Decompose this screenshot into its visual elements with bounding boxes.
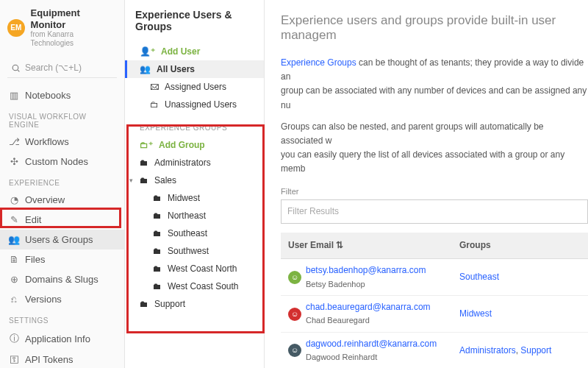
sidebar-item-users-groups[interactable]: 👥Users & Groups [0,230,124,250]
group-sales[interactable]: ▾🖿Sales [125,171,264,189]
brand-logo: EM [7,19,25,37]
mid-label: Add User [161,46,200,57]
nav-label: Edit [25,214,41,225]
experience-groups-link[interactable]: Experience Groups [281,57,356,68]
user-email[interactable]: dagwood.reinhardt@kanarra.com [306,337,437,351]
group-northeast[interactable]: 🖿Northeast [125,207,264,224]
col-user-email[interactable]: User Email ⇅ [281,233,452,259]
folder-icon: 🖿 [153,210,162,221]
badge-icon: 🖂 [150,82,159,92]
table-row[interactable]: ☺chad.beauregard@kanarra.comChad Beaureg… [281,296,588,333]
group-link[interactable]: Southeast [459,272,499,282]
user-email[interactable]: betsy.badenhop@kanarra.com [306,263,426,277]
folder-icon: 🖿 [140,175,148,185]
sidebar-item-api-tokens[interactable]: ⚿API Tokens [0,350,124,368]
sidebar: EM Equipment Monitor from Kanarra Techno… [0,0,125,368]
nav-label: Domains & Slugs [25,274,98,285]
group-midwest[interactable]: 🖿Midwest [125,189,264,207]
nav-label: Users & Groups [25,234,93,245]
user-email[interactable]: chad.beauregard@kanarra.com [306,300,431,314]
info-icon: ⓘ [9,332,19,345]
nav-section-settings: SETTINGS [0,309,124,328]
user-name: Dagwood Reinhardt [306,351,437,364]
folder-icon: 🖿 [153,281,162,291]
users-icon: 👥 [140,64,151,74]
user-name: Chad Beauregard [306,314,431,328]
avatar: ☺ [288,308,301,321]
unassigned-users-link[interactable]: 🗀Unassigned Users [125,96,264,113]
group-west-coast-north[interactable]: 🖿West Coast North [125,260,264,277]
sidebar-item-domains[interactable]: ⊕Domains & Slugs [0,269,124,289]
mid-label: Support [154,299,185,309]
key-icon: ⚿ [9,354,19,365]
group-support[interactable]: 🖿Support [125,295,264,313]
table-row[interactable]: ☺dagwood.reinhardt@kanarra.comDagwood Re… [281,333,588,368]
workflow-icon: ⎇ [9,136,19,147]
nav-label: API Tokens [25,354,74,365]
svg-line-1 [18,70,19,71]
brand-subtitle: from Kanarra Technologies [31,30,117,48]
sidebar-item-app-info[interactable]: ⓘApplication Info [0,328,124,350]
sidebar-item-overview[interactable]: ◔Overview [0,190,124,210]
group-southeast[interactable]: 🖿Southeast [125,224,264,242]
globe-icon: ⊕ [9,274,19,285]
nodes-icon: ✣ [9,156,19,167]
plus-user-icon: 👤⁺ [140,46,155,57]
users-table: User Email ⇅ Groups ☺betsy.badenhop@kana… [281,233,588,368]
col-groups[interactable]: Groups [452,233,588,259]
mid-label: All Users [157,64,195,74]
sidebar-item-custom-nodes[interactable]: ✣Custom Nodes [0,152,124,171]
sidebar-item-versions[interactable]: ⎌Versions [0,289,124,309]
filter-input[interactable]: Filter Results [281,199,588,224]
caret-down-icon[interactable]: ▾ [129,177,133,184]
sidebar-item-edit[interactable]: ✎Edit [0,210,124,230]
folder-icon: 🖿 [153,228,162,238]
group-link[interactable]: Administrators [459,345,516,355]
sidebar-item-files[interactable]: 🗎Files [0,250,124,269]
mid-label: Assigned Users [165,82,226,92]
add-group-link[interactable]: 🗀⁺Add Group [125,136,264,154]
mid-label: Northeast [168,210,206,221]
search-input[interactable]: Search (⌥+L) [7,58,117,78]
group-west-coast-south[interactable]: 🖿West Coast South [125,277,264,295]
nav-section-experience: EXPERIENCE [0,171,124,190]
gauge-icon: ◔ [9,194,19,205]
intro-p2: Groups can also be nested, and parent gr… [281,120,588,177]
pencil-icon: ✎ [9,214,19,225]
notebook-icon: ▥ [9,90,19,101]
version-icon: ⎌ [9,294,19,305]
group-link[interactable]: Support [520,345,551,355]
assigned-users-link[interactable]: 🖂Assigned Users [125,78,264,96]
main-content: Experience users and groups provide buil… [265,0,588,368]
nav-label: Application Info [25,333,90,344]
plus-folder-icon: 🗀⁺ [140,140,153,150]
filter-label: Filter [281,185,588,199]
table-row[interactable]: ☺betsy.badenhop@kanarra.comBetsy Badenho… [281,259,588,296]
group-southwest[interactable]: 🖿Southwest [125,242,264,260]
svg-point-0 [12,65,18,71]
nav: ▥Notebooks VISUAL WORKFLOW ENGINE ⎇Workf… [0,85,124,368]
folder-icon: 🖿 [153,193,162,203]
mid-label: Midwest [168,193,200,203]
nav-label: Workflows [25,136,69,147]
mid-label: West Coast South [168,281,239,291]
search-icon [10,63,21,73]
folder-icon: 🖿 [153,246,162,256]
brand: EM Equipment Monitor from Kanarra Techno… [0,0,124,54]
sort-icon: ⇅ [336,240,343,250]
avatar: ☺ [288,271,301,284]
avatar: ☺ [288,344,301,357]
all-users-link[interactable]: 👥All Users [125,60,264,78]
add-user-link[interactable]: 👤⁺Add User [125,43,264,60]
group-administrators[interactable]: 🖿Administrators [125,154,264,171]
intro-p1: Experience Groups can be thought of as t… [281,56,588,113]
mid-section-groups: EXPERIENCE GROUPS [125,113,264,136]
mid-label: Administrators [154,158,211,168]
mid-label: West Coast North [168,263,237,274]
sidebar-item-workflows[interactable]: ⎇Workflows [0,132,124,152]
mid-label: Southwest [168,246,209,256]
group-link[interactable]: Midwest [459,308,492,319]
sidebar-item-notebooks[interactable]: ▥Notebooks [0,85,124,105]
mid-label: Unassigned Users [165,99,237,110]
files-icon: 🗎 [9,254,19,265]
